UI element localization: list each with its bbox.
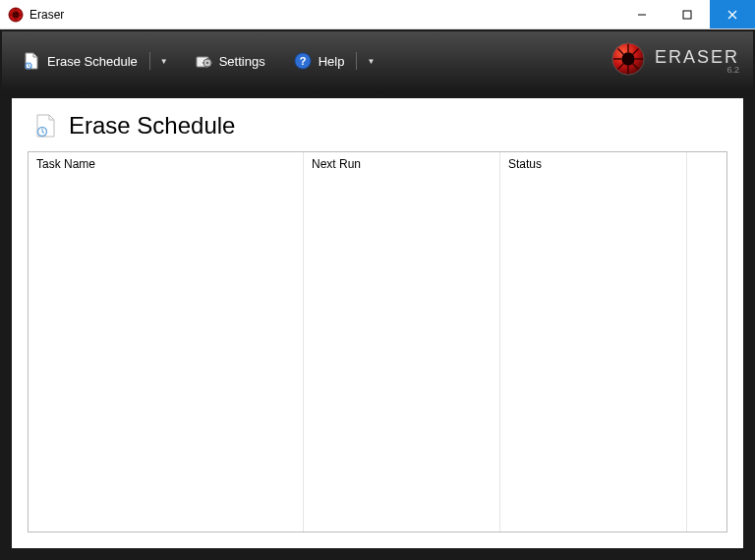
schedule-page-icon: [33, 113, 59, 139]
grid-header: Task Name Next Run Status: [29, 152, 726, 178]
grid-body[interactable]: [29, 178, 726, 532]
task-grid[interactable]: Task Name Next Run Status: [28, 151, 727, 532]
eraser-logo-icon: [610, 40, 647, 82]
column-task-name[interactable]: Task Name: [29, 152, 304, 178]
toolbar: Erase Schedule ▼ Settings: [2, 31, 753, 90]
help-icon: ?: [293, 51, 313, 71]
svg-rect-3: [683, 11, 691, 19]
help-label: Help: [319, 54, 345, 69]
content-panel: Erase Schedule Task Name Next Run Status: [12, 98, 743, 548]
gear-icon: [194, 51, 213, 71]
app-icon: [8, 7, 24, 23]
help-button[interactable]: ? Help: [287, 47, 351, 75]
erase-schedule-button[interactable]: Erase Schedule: [16, 47, 144, 75]
window-title: Eraser: [29, 8, 619, 22]
app-chrome: Erase Schedule ▼ Settings: [0, 29, 755, 560]
settings-label: Settings: [219, 54, 265, 69]
toolbar-divider: [149, 52, 150, 70]
svg-point-17: [621, 52, 634, 65]
page-title: Erase Schedule: [69, 112, 235, 140]
brand-version: 6.2: [726, 66, 739, 75]
settings-button[interactable]: Settings: [188, 47, 271, 75]
column-next-run[interactable]: Next Run: [304, 152, 500, 178]
page-header: Erase Schedule: [33, 112, 727, 140]
brand-logo: ERASER 6.2: [610, 40, 739, 82]
svg-text:?: ?: [299, 55, 306, 67]
brand-name: ERASER: [655, 48, 739, 66]
toolbar-divider: [356, 52, 357, 70]
column-spacer: [687, 152, 726, 178]
title-bar: Eraser: [0, 0, 755, 29]
column-status[interactable]: Status: [500, 152, 687, 178]
close-button[interactable]: [710, 0, 755, 28]
svg-point-9: [205, 62, 208, 65]
document-icon: [22, 51, 41, 71]
help-dropdown[interactable]: ▼: [363, 55, 378, 68]
erase-schedule-dropdown[interactable]: ▼: [156, 55, 172, 68]
maximize-button[interactable]: [665, 0, 710, 28]
window-controls: [619, 0, 755, 28]
erase-schedule-label: Erase Schedule: [47, 54, 138, 69]
minimize-button[interactable]: [619, 0, 665, 28]
